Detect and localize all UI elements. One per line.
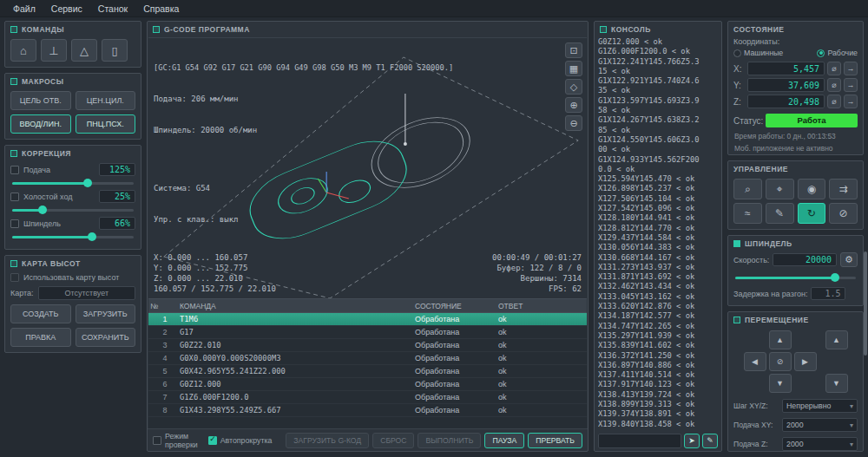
arrow-down-icon: ▼ bbox=[832, 379, 840, 388]
table-row[interactable]: 1 T1M6 Обработана ok bbox=[148, 313, 587, 326]
slider-knob[interactable] bbox=[83, 179, 92, 187]
axis-goto-button[interactable]: → bbox=[844, 95, 858, 108]
jog-x-plus-button[interactable]: ▶ bbox=[794, 352, 817, 371]
load-gcode-button[interactable]: ЗАГРУЗИТЬ G-КОД bbox=[286, 433, 369, 448]
axis-zero-button[interactable]: ⌀ bbox=[827, 78, 841, 92]
jog-stop-button[interactable]: ⊘ bbox=[769, 352, 792, 371]
macro-input-line-button[interactable]: ВВОД/ЛИН. bbox=[10, 114, 71, 134]
probe-z-button[interactable]: ⊥ bbox=[41, 39, 67, 62]
jog-x-minus-button[interactable]: ◀ bbox=[744, 352, 766, 371]
check-mode-checkbox[interactable]: Режим проверки bbox=[153, 432, 201, 449]
menu-item[interactable]: Справка bbox=[135, 2, 187, 16]
table-row[interactable]: 6 G0Z12.000 Обработана ok bbox=[148, 378, 587, 391]
override-slider[interactable] bbox=[12, 182, 134, 185]
menu-item[interactable]: Сервис bbox=[43, 2, 90, 16]
mobile-app-button[interactable]: ▯ bbox=[102, 39, 128, 62]
console-edit-button[interactable]: ✎ bbox=[702, 434, 718, 448]
panel-collapse-icon[interactable] bbox=[10, 26, 17, 33]
table-row[interactable]: 2 G17 Обработана ok bbox=[148, 326, 587, 339]
spindle-toggle-button[interactable]: ↻ bbox=[798, 203, 826, 224]
table-row[interactable]: 8 G1X43.298Y55.249Z5.667 Обработана ok bbox=[148, 404, 587, 417]
panel-collapse-icon[interactable] bbox=[733, 317, 740, 323]
autoscroll-checkbox[interactable]: Автопрокрутка bbox=[208, 436, 273, 445]
reset-button[interactable]: СБРОС bbox=[372, 433, 414, 448]
spindle-speed-field[interactable]: 20000 bbox=[773, 253, 837, 266]
spindle-speed-slider[interactable] bbox=[735, 277, 856, 279]
override-checkbox[interactable] bbox=[10, 219, 19, 228]
table-row[interactable]: 4 G0X0.000Y0.000S20000M3 Обработана ok bbox=[148, 352, 587, 365]
override-slider[interactable] bbox=[12, 209, 134, 212]
jog-y-minus-button[interactable]: ▼ bbox=[769, 374, 792, 393]
heightmap-create-button[interactable]: СОЗДАТЬ bbox=[10, 304, 71, 323]
table-row[interactable]: 5 G0X42.965Y55.241Z22.000 Обработана ok bbox=[148, 365, 587, 378]
jog-feed-z-select[interactable]: 2000 ▾ bbox=[782, 437, 858, 451]
jog-mode-button[interactable]: ⇉ bbox=[829, 179, 858, 199]
jog-z-plus-button[interactable]: ▲ bbox=[825, 330, 848, 349]
console-line: X131.871Y143.692 < ok bbox=[598, 272, 718, 282]
pause-button[interactable]: ПАУЗА bbox=[484, 433, 524, 448]
commands-panel: КОМАНДЫ ⌂⊥△▯ bbox=[4, 21, 141, 68]
override-slider[interactable] bbox=[12, 236, 134, 238]
heightmap-edit-button[interactable]: ПРАВКА bbox=[10, 328, 71, 347]
power-button[interactable]: ◉ bbox=[798, 179, 826, 199]
console-send-button[interactable]: ➤ bbox=[684, 434, 700, 448]
isometric-view-button[interactable]: ◇ bbox=[565, 79, 582, 95]
macro-pnc-psh-button[interactable]: ПНЦ.ПСХ. bbox=[76, 114, 136, 134]
coords-work-radio[interactable]: Рабочие bbox=[817, 49, 858, 57]
override-checkbox[interactable] bbox=[10, 166, 19, 174]
panel-collapse-icon[interactable] bbox=[10, 78, 17, 85]
viewport-3d[interactable]: [GC:G1 G54 G92 G17 G21 G90 G94 G49 G98 G… bbox=[148, 37, 587, 298]
table-row[interactable]: 7 G1Z6.000F1200.0 Обработана ok bbox=[148, 391, 587, 404]
console-input[interactable] bbox=[598, 434, 681, 448]
spindle-enabled-checkbox[interactable] bbox=[733, 240, 740, 247]
console-line: G1X124.933Y145.562F200 bbox=[598, 155, 718, 165]
coords-machine-radio[interactable]: Машинные bbox=[733, 49, 783, 57]
heightmap-save-button[interactable]: СОХРАНИТЬ bbox=[76, 328, 136, 347]
run-button[interactable]: ВЫПОЛНИТЬ bbox=[418, 433, 481, 448]
panel-collapse-icon[interactable] bbox=[10, 150, 17, 157]
heightmap-open-button[interactable]: ЗАГРУЗИТЬ bbox=[76, 304, 136, 323]
jog-y-plus-button[interactable]: ▲ bbox=[769, 330, 792, 349]
spindle-settings-button[interactable]: ⚙ bbox=[840, 252, 858, 267]
jog-feed-z-label: Подача Z: bbox=[733, 440, 779, 448]
override-value: 66% bbox=[99, 217, 135, 230]
panel-collapse-icon[interactable] bbox=[600, 26, 607, 33]
axis-goto-button[interactable]: → bbox=[844, 78, 858, 92]
slider-knob[interactable] bbox=[831, 273, 839, 282]
edit-button[interactable]: ✎ bbox=[766, 203, 794, 224]
table-row[interactable]: 3 G0Z22.010 Обработана ok bbox=[148, 339, 587, 352]
console-scrollbar[interactable] bbox=[864, 251, 867, 356]
origin-button[interactable]: ⌖ bbox=[766, 179, 794, 199]
slider-knob[interactable] bbox=[38, 206, 47, 214]
axis-zero-button[interactable]: ⌀ bbox=[827, 62, 841, 75]
menu-item[interactable]: Файл bbox=[5, 2, 43, 16]
stats-button[interactable]: ≈ bbox=[733, 203, 762, 224]
slider-knob[interactable] bbox=[88, 232, 96, 241]
axis-zero-button[interactable]: ⌀ bbox=[827, 95, 841, 108]
zoom-out-button[interactable]: ⊖ bbox=[565, 115, 582, 131]
safe-position-button[interactable]: △ bbox=[71, 39, 97, 62]
top-view-button[interactable]: ▦ bbox=[565, 61, 582, 76]
panel-title: КОРРЕКЦИЯ bbox=[22, 149, 71, 158]
zoom-button[interactable]: ⌕ bbox=[733, 179, 762, 199]
abort-button[interactable]: ПРЕРВАТЬ bbox=[528, 433, 582, 448]
jog-z-minus-button[interactable]: ▼ bbox=[825, 374, 848, 393]
panel-collapse-icon[interactable] bbox=[10, 260, 17, 267]
macro-center-hole-button[interactable]: ЦЕЛЬ ОТВ. bbox=[10, 91, 71, 110]
panel-collapse-icon[interactable] bbox=[153, 26, 160, 33]
feed-line: Подача: 206 мм/мин bbox=[154, 94, 453, 104]
menu-item[interactable]: Станок bbox=[90, 2, 135, 16]
console-line: X133.045Y143.162 < ok bbox=[598, 292, 718, 302]
axis-goto-button[interactable]: → bbox=[844, 62, 858, 75]
use-heightmap-checkbox[interactable] bbox=[10, 273, 19, 282]
macro-center-cylinder-button[interactable]: ЦЕН.ЦИЛ. bbox=[76, 91, 136, 110]
jog-feed-xy-select[interactable]: 2000 ▾ bbox=[782, 418, 858, 432]
zoom-in-button[interactable]: ⊕ bbox=[565, 97, 582, 113]
unlock-button[interactable]: ⊘ bbox=[829, 203, 858, 224]
override-checkbox[interactable] bbox=[10, 193, 19, 201]
table-header-cell: № bbox=[150, 302, 180, 310]
home-button[interactable]: ⌂ bbox=[10, 39, 36, 62]
jog-step-select[interactable]: Непрерывно ▾ bbox=[782, 399, 858, 413]
jog-feed-xy-label: Подача XY: bbox=[733, 421, 779, 429]
fit-view-button[interactable]: ⊡ bbox=[565, 42, 582, 58]
